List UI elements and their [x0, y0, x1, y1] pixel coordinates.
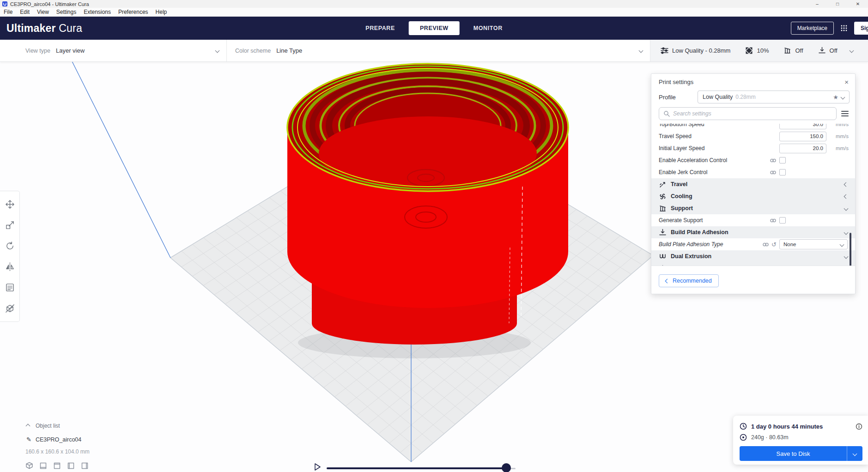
recommended-mode-button[interactable]: Recommended [659, 274, 719, 287]
chevron-down-icon [853, 451, 857, 456]
settings-category-travel[interactable]: Travel [651, 178, 855, 190]
setting-checkbox[interactable] [779, 157, 786, 163]
mirror-icon [5, 262, 15, 272]
scale-icon [5, 220, 15, 230]
chevron-left-icon [665, 278, 670, 283]
view-right-icon[interactable] [81, 462, 89, 470]
per-model-settings-button[interactable] [1, 277, 18, 298]
view-front-icon[interactable] [39, 462, 47, 470]
setting-row-initial-layer-speed[interactable]: Initial Layer Speed mm/s [651, 142, 855, 154]
object-dimensions: 160.6 x 160.6 x 104.0 mm [25, 448, 90, 455]
view-type-dropdown[interactable]: View type Layer view [0, 40, 227, 61]
view-type-label: View type [25, 48, 50, 54]
setting-value-input[interactable] [779, 132, 826, 141]
view-3d-icon[interactable] [25, 462, 33, 470]
play-button[interactable] [313, 463, 322, 471]
layer-slider-handle[interactable] [502, 463, 511, 472]
window-maximize-button[interactable]: □ [827, 0, 848, 8]
menu-extensions[interactable]: Extensions [80, 9, 115, 15]
tab-prepare[interactable]: PREPARE [354, 21, 406, 35]
settings-scrollbar[interactable] [850, 233, 851, 266]
view-left-icon[interactable] [67, 462, 75, 470]
color-scheme-label: Color scheme [235, 48, 271, 54]
view-type-value: Layer view [56, 47, 85, 54]
camera-view-controls [25, 462, 89, 470]
tab-monitor[interactable]: MONITOR [462, 21, 514, 35]
setting-value-input[interactable] [779, 144, 826, 153]
chevron-down-icon [840, 242, 844, 247]
sign-in-button[interactable]: Sign in [854, 22, 868, 35]
menu-help[interactable]: Help [152, 9, 171, 15]
adhesion-icon [818, 47, 826, 54]
settings-category-partial[interactable] [651, 262, 855, 266]
profile-dropdown[interactable]: Low Quality 0.28mm ★ [698, 91, 850, 103]
link-icon [770, 169, 777, 176]
link-icon [762, 241, 769, 248]
setting-visibility-menu-icon[interactable] [841, 111, 849, 116]
setting-row-generate-support[interactable]: Generate Support [651, 214, 855, 226]
settings-category-cooling[interactable]: Cooling [651, 190, 855, 202]
menu-preferences[interactable]: Preferences [115, 9, 152, 15]
object-list-item[interactable]: ✎ CE3PRO_airco04 [26, 436, 90, 443]
chevron-left-icon [844, 182, 849, 187]
setting-row-build-plate-adhesion-type[interactable]: Build Plate Adhesion Type ↺ None [651, 238, 855, 250]
mirror-tool-button[interactable] [1, 256, 18, 277]
window-close-button[interactable]: ✕ [848, 0, 868, 8]
move-tool-button[interactable] [1, 194, 18, 215]
star-icon: ★ [833, 94, 838, 101]
setting-row-enable-acceleration-control[interactable]: Enable Acceleration Control [651, 154, 855, 166]
search-settings-box [659, 107, 837, 120]
setting-row-travel-speed[interactable]: Travel Speed mm/s [651, 130, 855, 142]
marketplace-button[interactable]: Marketplace [791, 22, 834, 35]
stage-tabs: PREPARE PREVIEW MONITOR [354, 21, 514, 35]
revert-icon[interactable]: ↺ [771, 242, 777, 248]
object-list-toggle[interactable]: Object list [26, 423, 90, 429]
setting-checkbox[interactable] [779, 169, 786, 175]
infill-icon [745, 47, 753, 54]
scale-tool-button[interactable] [1, 215, 18, 236]
chevron-down-icon [841, 95, 845, 99]
support-value: Off [795, 47, 803, 54]
adhesion-icon [659, 229, 667, 236]
menu-edit[interactable]: Edit [16, 9, 33, 15]
app-header: Ultimaker Cura PREPARE PREVIEW MONITOR M… [0, 17, 868, 40]
menu-bar: File Edit View Settings Extensions Prefe… [0, 8, 868, 17]
rotate-tool-button[interactable] [1, 236, 18, 256]
per-model-settings-icon [5, 283, 15, 292]
menu-file[interactable]: File [0, 9, 16, 15]
chevron-up-icon [26, 424, 30, 428]
color-scheme-dropdown[interactable]: Color scheme Line Type [227, 40, 650, 61]
link-icon [770, 157, 777, 164]
adhesion-type-dropdown[interactable]: None [779, 239, 848, 249]
settings-category-dual-extrusion[interactable]: Dual Extrusion [651, 250, 855, 262]
output-device-dropdown[interactable] [847, 446, 862, 461]
rotate-icon [5, 241, 15, 251]
setting-row-top-bottom-speed[interactable]: Top/Bottom Speed mm/s [651, 124, 855, 130]
view-top-icon[interactable] [53, 462, 61, 470]
applications-grid-icon[interactable] [840, 24, 848, 32]
clock-icon [740, 423, 747, 430]
menu-settings[interactable]: Settings [53, 9, 80, 15]
tab-preview[interactable]: PREVIEW [409, 21, 460, 35]
setting-value-input[interactable] [779, 124, 826, 129]
view-options-bar: View type Layer view Color scheme Line T… [0, 40, 868, 62]
settings-category-support[interactable]: Support [651, 202, 855, 214]
setting-row-enable-jerk-control[interactable]: Enable Jerk Control [651, 166, 855, 178]
print-settings-summary-button[interactable]: Low Quality - 0.28mm 10% Off Off [650, 40, 868, 61]
settings-category-build-plate-adhesion[interactable]: Build Plate Adhesion [651, 226, 855, 238]
window-minimize-button[interactable]: – [807, 0, 827, 8]
setting-checkbox[interactable] [779, 217, 786, 224]
layer-slider-track[interactable] [327, 467, 506, 469]
search-settings-input[interactable] [673, 110, 832, 117]
object-list: Object list ✎ CE3PRO_airco04 160.6 x 160… [26, 423, 90, 455]
chevron-down-icon [215, 48, 220, 53]
close-icon[interactable]: × [844, 79, 849, 85]
support-blocker-button[interactable] [1, 298, 18, 319]
chevron-down-icon [639, 48, 643, 53]
link-icon [770, 217, 777, 224]
info-icon[interactable] [856, 423, 862, 430]
profile-label: Profile [659, 94, 698, 101]
save-to-disk-button[interactable]: Save to Disk [740, 446, 862, 461]
menu-view[interactable]: View [33, 9, 53, 15]
support-icon [659, 205, 667, 212]
